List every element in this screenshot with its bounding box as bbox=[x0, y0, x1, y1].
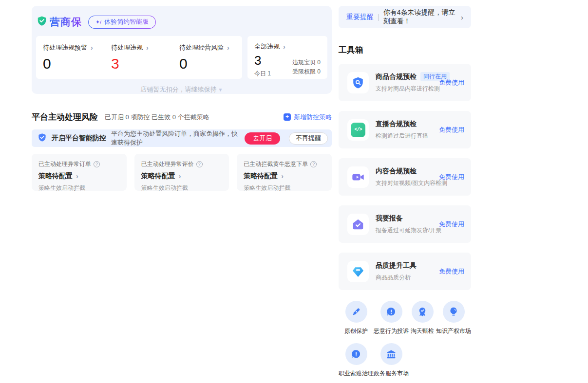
plus-icon: + bbox=[284, 113, 291, 121]
question-icon[interactable]: ? bbox=[310, 161, 317, 167]
summary-label: 全部违规 bbox=[254, 42, 280, 51]
risk-card-title: 已主动处理异常评价 bbox=[141, 160, 194, 168]
bulb-icon bbox=[443, 301, 465, 323]
risk-card-note: 策略生效启动拦截 bbox=[244, 184, 325, 192]
risk-section-header: 平台主动处理风险 已开启 0 项防控 已生效 0 个拦截策略 + 新增防控策略 bbox=[32, 111, 332, 123]
shortcut-ip-market[interactable]: 知识产权市场 bbox=[436, 301, 471, 335]
shortcut-original-protection[interactable]: 原创保护 bbox=[339, 301, 374, 335]
free-use-link[interactable]: 免费使用 bbox=[439, 220, 464, 229]
home-check-icon bbox=[347, 214, 369, 235]
chat-alert-icon bbox=[380, 301, 402, 323]
chevron-right-icon: › bbox=[227, 44, 229, 51]
shortcut-label: 知识产权市场 bbox=[436, 327, 471, 335]
shortcut-label: 恶意行为投诉 bbox=[374, 327, 409, 335]
tool-name: 商品合规预检 bbox=[376, 73, 417, 81]
free-use-link[interactable]: 免费使用 bbox=[439, 78, 464, 87]
enable-button[interactable]: 去开启 bbox=[245, 132, 280, 145]
tool-card-content-compliance[interactable]: 内容合规预检 支持对短视频/图文内容检测 免费使用 bbox=[339, 158, 471, 196]
risk-card-note: 策略生效启动拦截 bbox=[141, 184, 223, 192]
section-subtitle: 已开启 0 项防控 已生效 0 个拦截策略 bbox=[105, 113, 209, 122]
risk-cards-row: 已主动处理异常订单? 策略待配置› 策略生效启动拦截 已主动处理异常评价? 策略… bbox=[32, 154, 332, 191]
chevron-right-icon: › bbox=[179, 173, 181, 180]
question-icon[interactable]: ? bbox=[196, 161, 203, 167]
stat-value: 0 bbox=[43, 55, 104, 72]
risk-card-title: 已主动处理异常订单 bbox=[38, 160, 91, 168]
all-violations-card[interactable]: 全部违规› 3 今日 1 违规宝贝 0 受限权限 0 bbox=[247, 36, 327, 79]
shield-check-icon bbox=[38, 133, 47, 144]
add-strategy-label: 新增防控策略 bbox=[294, 113, 332, 122]
smart-control-banner: 开启平台智能防控 平台为您主动处置风险订单，商家免操作，快速获得保护 去开启 不… bbox=[32, 129, 332, 147]
tool-description: 支持对商品内容进行检测 bbox=[376, 85, 439, 93]
shortcut-label: 原创保护 bbox=[344, 327, 368, 335]
dismiss-button[interactable]: 不再提醒 bbox=[289, 132, 328, 145]
brand-logo: 营商保 bbox=[37, 15, 82, 29]
chevron-right-icon: › bbox=[91, 44, 93, 51]
summary-extra: 违规宝贝 0 bbox=[292, 58, 321, 67]
tool-card-quality[interactable]: 品质提升工具 商品品质分析 免费使用 bbox=[339, 253, 471, 290]
tool-card-live-compliance[interactable]: </> 直播合规预检 检测通过后进行直播 免费使用 bbox=[339, 111, 471, 148]
upgrade-button[interactable]: ✦/ 体验简约智能版 bbox=[88, 16, 156, 29]
add-strategy-button[interactable]: + 新增防控策略 bbox=[284, 113, 332, 122]
score-note-toggle[interactable]: 店铺暂无扣分，请继续保持▼ bbox=[32, 85, 332, 94]
summary-value: 3 bbox=[254, 54, 271, 68]
diamond-icon bbox=[347, 261, 369, 282]
risk-card-abnormal-orders: 已主动处理异常订单? 策略待配置› 策略生效启动拦截 bbox=[32, 154, 127, 191]
brand-shield-icon bbox=[37, 16, 47, 28]
chevron-right-icon: › bbox=[283, 43, 285, 50]
configure-strategy-link[interactable]: 策略待配置› bbox=[244, 172, 325, 181]
chat-alert-icon bbox=[345, 343, 367, 365]
shortcut-professional-claims[interactable]: 职业索赔治理 bbox=[339, 343, 374, 378]
shortcut-label: 政务服务市场 bbox=[374, 369, 409, 378]
stats-row: 待处理违规预警› 0 待处理违规› 3 待处理经营风险› 0 全部违规› 3 bbox=[36, 36, 327, 79]
brand-logo-text: 营商保 bbox=[50, 15, 82, 29]
summary-left: 3 今日 1 bbox=[254, 51, 271, 78]
shortcut-taotian-inspection[interactable]: 淘天甄检 bbox=[409, 301, 436, 335]
question-icon[interactable]: ? bbox=[94, 161, 100, 167]
stat-label: 待处理经营风险 bbox=[179, 43, 224, 52]
configure-strategy-link[interactable]: 策略待配置› bbox=[141, 172, 223, 181]
shortcut-gov-services[interactable]: 政务服务市场 bbox=[374, 343, 409, 378]
pending-stats-card: 待处理违规预警› 0 待处理违规› 3 待处理经营风险› 0 bbox=[36, 36, 242, 79]
chevron-right-icon: › bbox=[461, 13, 463, 21]
alert-label: 重要提醒 bbox=[346, 13, 374, 21]
risk-card-note: 策略生效启动拦截 bbox=[38, 184, 120, 192]
shield-search-icon bbox=[347, 72, 369, 93]
shortcut-malicious-complaint[interactable]: 恶意行为投诉 bbox=[374, 301, 409, 335]
risk-card-title: 已主动拦截黄牛恶意下单 bbox=[244, 160, 308, 168]
tool-name: 我要报备 bbox=[376, 214, 403, 223]
tool-description: 检测通过后进行直播 bbox=[376, 132, 439, 140]
tool-card-product-compliance[interactable]: 商品合规预检 同行在用 支持对商品内容进行检测 免费使用 bbox=[339, 64, 471, 101]
free-use-link[interactable]: 免费使用 bbox=[439, 267, 464, 276]
tool-card-report[interactable]: 我要报备 报备通过可延期发货/开票 免费使用 bbox=[339, 205, 471, 243]
upgrade-button-label: 体验简约智能版 bbox=[104, 18, 149, 26]
risk-card-abnormal-reviews: 已主动处理异常评价? 策略待配置› 策略生效启动拦截 bbox=[134, 154, 229, 191]
stat-business-risk[interactable]: 待处理经营风险› 0 bbox=[172, 43, 241, 72]
tool-name: 直播合规预检 bbox=[376, 120, 417, 128]
video-camera-icon bbox=[347, 166, 369, 188]
important-alert-banner[interactable]: 重要提醒 | 你有4条未读提醒，请立刻查看！ › bbox=[339, 6, 471, 28]
stat-violation[interactable]: 待处理违规› 3 bbox=[104, 43, 172, 72]
shortcut-label: 淘天甄检 bbox=[411, 327, 434, 335]
stat-violation-warning[interactable]: 待处理违规预警› 0 bbox=[36, 43, 104, 72]
chevron-right-icon: › bbox=[146, 44, 149, 51]
banner-description: 平台为您主动处置风险订单，商家免操作，快速获得保护 bbox=[111, 129, 240, 147]
tool-description: 商品品质分析 bbox=[376, 274, 439, 282]
shortcut-label: 职业索赔治理 bbox=[339, 369, 374, 378]
summary-today: 今日 1 bbox=[254, 70, 271, 78]
free-use-link[interactable]: 免费使用 bbox=[439, 126, 464, 134]
pen-icon bbox=[345, 301, 367, 323]
risk-card-scalper-orders: 已主动拦截黄牛恶意下单? 策略待配置› 策略生效启动拦截 bbox=[237, 154, 332, 191]
stat-label: 待处理违规预警 bbox=[43, 43, 87, 52]
alert-divider: | bbox=[378, 13, 379, 21]
main-column: 营商保 ✦/ 体验简约智能版 待处理违规预警› 0 待处理违规› 3 待处理经营… bbox=[32, 6, 332, 191]
caret-down-icon: ▼ bbox=[218, 87, 223, 92]
overview-panel: 营商保 ✦/ 体验简约智能版 待处理违规预警› 0 待处理违规› 3 待处理经营… bbox=[32, 6, 332, 94]
chevron-right-icon: › bbox=[76, 173, 78, 180]
code-glyph: </> bbox=[351, 123, 365, 137]
brand-row: 营商保 ✦/ 体验简约智能版 bbox=[32, 15, 332, 36]
configure-strategy-link[interactable]: 策略待配置› bbox=[38, 172, 120, 181]
free-use-link[interactable]: 免费使用 bbox=[439, 173, 464, 182]
stat-value: 0 bbox=[179, 55, 241, 72]
tool-name: 内容合规预检 bbox=[376, 167, 417, 176]
sparkle-icon: ✦/ bbox=[95, 19, 101, 25]
